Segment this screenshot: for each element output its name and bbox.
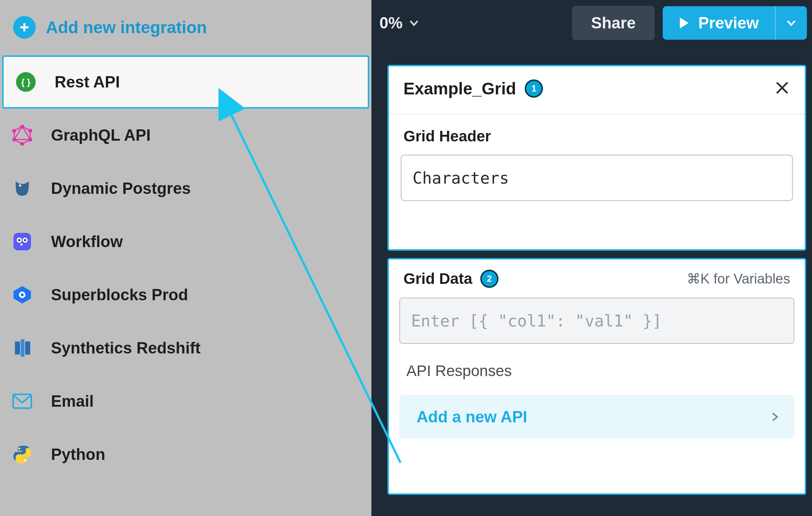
svg-point-25 — [24, 460, 26, 461]
grid-data-placeholder: Enter [{ "col1": "val1" }] — [411, 312, 662, 330]
share-button[interactable]: Share — [572, 6, 654, 40]
integration-item-label: Python — [51, 445, 105, 464]
integration-item-label: Superblocks Prod — [51, 286, 188, 304]
preview-dropdown-toggle[interactable] — [775, 6, 807, 40]
svg-point-7 — [21, 142, 24, 145]
svg-point-19 — [21, 293, 24, 296]
close-button[interactable] — [774, 80, 790, 97]
svg-rect-11 — [13, 233, 31, 250]
preview-button[interactable]: Preview — [663, 6, 775, 40]
rest-api-icon: { } — [15, 71, 37, 93]
svg-point-5 — [29, 129, 32, 132]
variables-hint: ⌘K for Variables — [687, 271, 790, 287]
graphql-icon — [11, 124, 33, 146]
workflow-icon — [11, 230, 33, 253]
svg-rect-23 — [13, 394, 31, 408]
plus-icon — [13, 16, 36, 39]
integration-item-superblocks[interactable]: Superblocks Prod — [0, 268, 371, 321]
top-toolbar: 0% Share Preview — [371, 0, 812, 46]
zoom-value: 0% — [379, 14, 403, 32]
svg-point-14 — [18, 239, 20, 241]
chevron-right-icon — [769, 411, 780, 422]
svg-point-16 — [20, 243, 23, 246]
svg-rect-20 — [15, 341, 20, 355]
integration-item-label: Rest API — [55, 73, 120, 91]
grid-header-value: Characters — [413, 169, 509, 187]
play-icon — [679, 17, 690, 29]
panel-header-row: Example_Grid 1 — [389, 66, 805, 114]
svg-text:{ }: { } — [21, 77, 30, 87]
svg-point-6 — [29, 138, 32, 141]
grid-header-input[interactable]: Characters — [401, 155, 793, 201]
preview-split-button[interactable]: Preview — [663, 6, 807, 40]
integration-item-redshift[interactable]: Synthetics Redshift — [0, 321, 371, 375]
integration-item-label: Synthetics Redshift — [51, 339, 201, 357]
svg-rect-21 — [21, 339, 24, 357]
postgres-icon — [11, 177, 33, 200]
integration-item-label: Email — [51, 392, 94, 410]
svg-point-15 — [24, 239, 26, 241]
redshift-icon — [11, 337, 33, 359]
add-api-label: Add a new API — [417, 408, 527, 426]
step-badge-2: 2 — [480, 270, 498, 288]
email-icon — [11, 390, 33, 413]
integrations-sidebar: Add new integration { } Rest API GraphQL… — [0, 0, 371, 516]
svg-point-9 — [13, 129, 16, 132]
svg-point-24 — [19, 448, 20, 450]
integration-item-postgres[interactable]: Dynamic Postgres — [0, 162, 371, 215]
integration-item-email[interactable]: Email — [0, 375, 371, 428]
svg-point-8 — [13, 138, 16, 141]
grid-data-label-row: Grid Data 2 ⌘K for Variables — [389, 259, 805, 297]
grid-data-label: Grid Data — [403, 270, 472, 288]
grid-data-input[interactable]: Enter [{ "col1": "val1" }] — [399, 297, 795, 344]
zoom-dropdown[interactable]: 0% — [371, 7, 428, 39]
svg-point-10 — [19, 184, 21, 187]
integration-item-python[interactable]: Python — [0, 428, 371, 481]
preview-label: Preview — [698, 14, 759, 32]
close-icon — [774, 80, 790, 96]
svg-rect-22 — [25, 341, 30, 355]
add-api-button[interactable]: Add a new API — [399, 395, 795, 439]
api-responses-heading: API Responses — [389, 344, 805, 388]
component-name: Example_Grid — [403, 79, 516, 98]
chevron-down-icon — [408, 17, 420, 29]
step-badge-1: 1 — [525, 79, 543, 98]
python-icon — [11, 443, 33, 466]
integration-item-label: Workflow — [51, 232, 123, 251]
add-integration-button[interactable]: Add new integration — [0, 7, 371, 55]
integration-item-rest-api[interactable]: { } Rest API — [2, 55, 369, 109]
properties-panel-data: Grid Data 2 ⌘K for Variables Enter [{ "c… — [387, 258, 806, 495]
integration-item-graphql[interactable]: GraphQL API — [0, 109, 371, 162]
chevron-down-icon — [785, 17, 797, 29]
add-integration-label: Add new integration — [46, 17, 207, 37]
integration-item-label: Dynamic Postgres — [51, 179, 191, 198]
svg-point-4 — [21, 125, 24, 128]
integration-item-label: GraphQL API — [51, 126, 151, 144]
superblocks-icon — [11, 284, 33, 306]
grid-header-label: Grid Header — [389, 114, 805, 155]
properties-panel-header: Example_Grid 1 Grid Header Characters — [387, 65, 806, 251]
integration-item-workflow[interactable]: Workflow — [0, 215, 371, 268]
share-label: Share — [591, 14, 635, 32]
